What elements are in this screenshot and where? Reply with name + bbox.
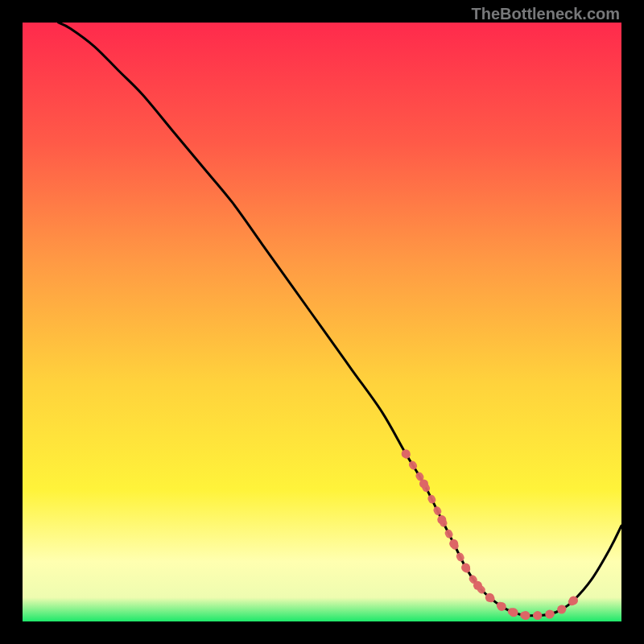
highlight-dot bbox=[533, 611, 542, 620]
highlight-dot bbox=[419, 479, 428, 488]
highlight-dot bbox=[485, 593, 494, 602]
highlight-dot bbox=[510, 608, 518, 617]
highlight-dot bbox=[402, 449, 411, 458]
highlight-dot bbox=[473, 581, 482, 590]
watermark-text: TheBottleneck.com bbox=[472, 5, 620, 23]
highlight-dot bbox=[449, 539, 458, 548]
highlight-dot bbox=[461, 564, 470, 572]
chart-plot-area bbox=[23, 23, 621, 621]
highlight-dot bbox=[545, 610, 554, 619]
curve-line bbox=[59, 23, 621, 616]
highlight-dot bbox=[569, 596, 578, 605]
highlight-dot bbox=[521, 611, 530, 620]
bottleneck-curve bbox=[23, 23, 621, 621]
highlight-dot bbox=[557, 605, 566, 614]
highlight-dot bbox=[497, 602, 506, 611]
highlight-stroke bbox=[406, 454, 573, 616]
highlight-dot bbox=[437, 515, 446, 524]
